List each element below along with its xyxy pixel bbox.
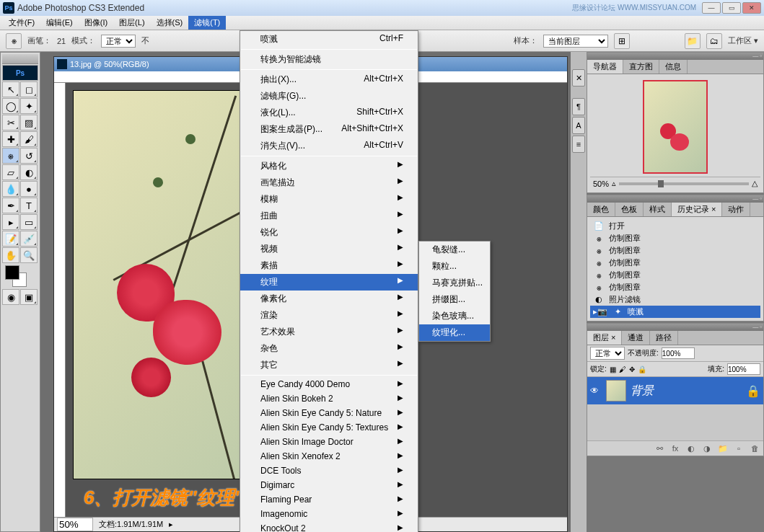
stamp-tool[interactable]: ⎈ xyxy=(2,148,19,164)
type-tool[interactable]: T xyxy=(20,198,38,213)
dock-icon-2[interactable]: ¶ xyxy=(572,98,585,115)
menu-filter[interactable]: 滤镜(T) xyxy=(188,16,226,30)
layer-thumbnail[interactable] xyxy=(606,380,626,402)
tool-preset-icon[interactable]: ⎈ xyxy=(6,33,22,49)
wand-tool[interactable]: ✦ xyxy=(20,98,38,114)
opacity-input[interactable] xyxy=(662,347,695,359)
gradient-tool[interactable]: ◐ xyxy=(20,164,38,180)
texture-texturizer[interactable]: 纹理化... xyxy=(419,324,490,341)
opt-icon-1[interactable]: ⊞ xyxy=(614,33,630,49)
tab-navigator[interactable]: 导航器 xyxy=(587,60,623,74)
path-select-tool[interactable]: ▸ xyxy=(2,214,19,230)
filter-vanish[interactable]: 消失点(V)...Alt+Ctrl+V xyxy=(240,138,418,154)
filter-plugin[interactable]: Alien Skin Bokeh 2▶ xyxy=(240,391,418,406)
pen-tool[interactable]: ✒ xyxy=(2,198,19,213)
history-brush-tool[interactable]: ↺ xyxy=(20,148,38,164)
filter-render[interactable]: 渲染▶ xyxy=(240,307,418,324)
close-button[interactable]: ✕ xyxy=(742,2,761,14)
maximize-button[interactable]: ▭ xyxy=(722,2,741,14)
file-browser-icon[interactable]: 📁 xyxy=(685,33,701,49)
texture-stained[interactable]: 染色玻璃... xyxy=(419,308,490,324)
nav-zoom-in-icon[interactable]: △ xyxy=(752,179,758,188)
filter-last[interactable]: 喷溅Ctrl+F xyxy=(240,31,418,48)
filter-liquify[interactable]: 液化(L)...Shift+Ctrl+X xyxy=(240,105,418,121)
crop-tool[interactable]: ✂ xyxy=(2,115,19,130)
tab-actions[interactable]: 动作 xyxy=(722,203,750,216)
marquee-tool[interactable]: ◻ xyxy=(20,81,38,97)
menu-image[interactable]: 图像(I) xyxy=(79,16,113,30)
filter-blur[interactable]: 模糊▶ xyxy=(240,191,418,208)
filter-sketch[interactable]: 素描▶ xyxy=(240,257,418,274)
blend-mode-select[interactable]: 正常 xyxy=(590,347,625,360)
filter-plugin[interactable]: KnockOut 2▶ xyxy=(240,521,418,532)
link-layers-icon[interactable]: ⚯ xyxy=(653,443,666,453)
filter-plugin[interactable]: Alien Skin Image Doctor▶ xyxy=(240,435,418,449)
menu-select[interactable]: 选择(S) xyxy=(151,16,189,30)
lock-all-icon[interactable]: 🔒 xyxy=(638,365,646,373)
move-tool[interactable]: ↖ xyxy=(2,81,19,97)
history-item[interactable]: ⎈仿制图章 xyxy=(590,244,760,257)
filter-noise[interactable]: 杂色▶ xyxy=(240,340,418,357)
history-item[interactable]: 📄打开 xyxy=(590,220,760,232)
zoom-tool[interactable]: 🔍 xyxy=(20,247,38,263)
history-item[interactable]: ▸📷✦喷溅 xyxy=(590,306,760,318)
toolbox-header[interactable] xyxy=(2,54,38,64)
filter-plugin[interactable]: DCE Tools▶ xyxy=(240,464,418,478)
filter-plugin[interactable]: Eye Candy 4000 Demo▶ xyxy=(240,377,418,391)
dock-icon-4[interactable]: ≡ xyxy=(572,136,585,153)
navigator-thumbnail[interactable] xyxy=(643,80,708,174)
bridge-icon[interactable]: 🗂 xyxy=(706,33,722,49)
ruler-vertical[interactable] xyxy=(54,83,66,517)
filter-plugin[interactable]: Alien Skin Eye Candy 5: Textures▶ xyxy=(240,420,418,435)
mode-select[interactable]: 正常 xyxy=(101,35,136,48)
history-item[interactable]: ⎈仿制图章 xyxy=(590,232,760,244)
filter-artistic[interactable]: 艺术效果▶ xyxy=(240,324,418,340)
filter-pixelate[interactable]: 像素化▶ xyxy=(240,291,418,307)
filter-plugin[interactable]: Alien Skin Xenofex 2▶ xyxy=(240,449,418,464)
layer-mask-icon[interactable]: ◐ xyxy=(685,443,698,453)
filter-video[interactable]: 视频▶ xyxy=(240,241,418,257)
tab-color[interactable]: 颜色 xyxy=(587,203,615,216)
nav-zoom-slider[interactable] xyxy=(619,182,749,185)
shape-tool[interactable]: ▭ xyxy=(20,214,38,230)
filter-texture[interactable]: 纹理▶ xyxy=(240,274,418,291)
filter-gallery[interactable]: 滤镜库(G)... xyxy=(240,88,418,105)
filter-convert-smart[interactable]: 转换为智能滤镜 xyxy=(240,51,418,68)
filter-plugin[interactable]: Digimarc▶ xyxy=(240,478,418,492)
fill-input[interactable] xyxy=(727,363,760,375)
dock-icon-1[interactable]: ✕ xyxy=(572,69,585,87)
filter-plugin[interactable]: Flaming Pear▶ xyxy=(240,492,418,507)
filter-plugin[interactable]: Alien Skin Eye Candy 5: Nature▶ xyxy=(240,406,418,420)
texture-mosaic[interactable]: 马赛克拼贴... xyxy=(419,275,490,291)
tab-history[interactable]: 历史记录 × xyxy=(672,203,722,216)
adjustment-layer-icon[interactable]: ◑ xyxy=(701,443,713,453)
tab-histogram[interactable]: 直方图 xyxy=(623,60,659,74)
tab-paths[interactable]: 路径 xyxy=(650,331,678,345)
layer-style-icon[interactable]: fx xyxy=(669,443,682,453)
tab-layers[interactable]: 图层 × xyxy=(587,331,622,345)
dock-icon-3[interactable]: A xyxy=(572,117,585,134)
dodge-tool[interactable]: ● xyxy=(20,181,38,197)
tab-info[interactable]: 信息 xyxy=(659,60,688,74)
tab-styles[interactable]: 样式 xyxy=(644,203,672,216)
visibility-icon[interactable]: 👁 xyxy=(590,386,602,396)
menu-edit[interactable]: 编辑(E) xyxy=(40,16,79,30)
nav-zoom-out-icon[interactable]: ▵ xyxy=(612,179,616,188)
eyedropper-tool[interactable]: 💉 xyxy=(20,231,38,247)
heal-tool[interactable]: ✚ xyxy=(2,131,19,147)
filter-distort[interactable]: 扭曲▶ xyxy=(240,208,418,224)
filter-plugin[interactable]: Imagenomic▶ xyxy=(240,507,418,521)
filter-other[interactable]: 其它▶ xyxy=(240,357,418,373)
workspace-label[interactable]: 工作区 ▾ xyxy=(728,35,758,46)
menu-layer[interactable]: 图层(L) xyxy=(113,16,150,30)
blur-tool[interactable]: 💧 xyxy=(2,181,19,197)
lock-transparency-icon[interactable]: ▦ xyxy=(610,365,616,373)
delete-layer-icon[interactable]: 🗑 xyxy=(748,443,761,453)
filter-stylize[interactable]: 风格化▶ xyxy=(240,158,418,174)
eraser-tool[interactable]: ▱ xyxy=(2,164,19,180)
notes-tool[interactable]: 📝 xyxy=(2,231,19,247)
filter-brush-strokes[interactable]: 画笔描边▶ xyxy=(240,174,418,191)
tab-channels[interactable]: 通道 xyxy=(622,331,650,345)
minimize-button[interactable]: — xyxy=(702,2,721,14)
new-layer-icon[interactable]: ▫ xyxy=(732,443,745,453)
